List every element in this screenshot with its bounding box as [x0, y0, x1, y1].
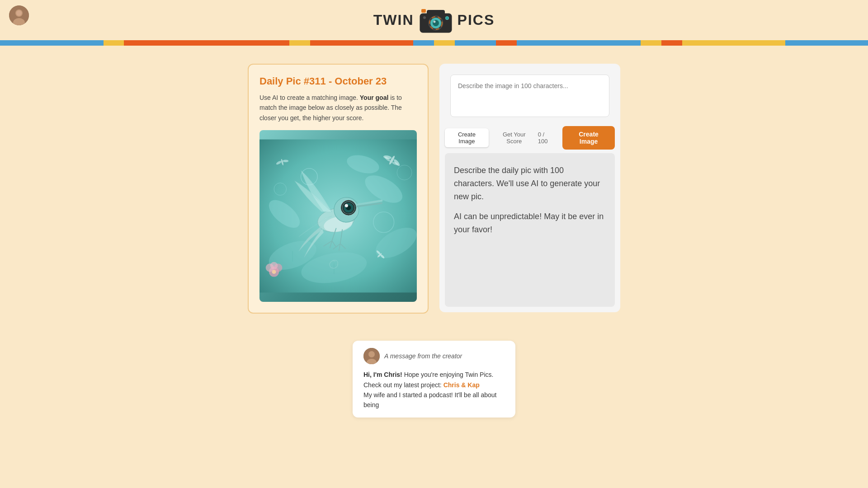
svg-rect-5	[427, 10, 445, 15]
top-nav: TWIN PICS	[0, 0, 868, 40]
logo-text-pics: PICS	[458, 12, 495, 28]
info-line-2: AI can be unpredictable! May it be ever …	[454, 210, 606, 236]
stripe-yellow-1	[104, 40, 124, 46]
daily-pic-title: Daily Pic #311 - October 23	[259, 75, 417, 87]
description-textarea[interactable]	[453, 77, 607, 113]
stripe-orange-3	[496, 40, 517, 46]
svg-point-3	[16, 10, 22, 16]
title-date: October 23	[335, 75, 387, 87]
user-avatar-container[interactable]	[9, 5, 29, 25]
logo-text-twin: TWIN	[373, 12, 414, 28]
creator-body: Hi, I'm Chris! Hope you're enjoying Twin…	[363, 370, 505, 410]
creator-header: A message from the creator	[363, 348, 505, 364]
daily-pic-description: Use AI to create a matching image. Your …	[259, 93, 417, 123]
avatar[interactable]	[9, 5, 29, 25]
daily-pic-image	[259, 130, 417, 302]
stripe-yellow-2	[289, 40, 310, 46]
info-line-1: Describe the daily pic with 100 characte…	[454, 164, 606, 203]
tab-group: Create Image Get Your Score	[445, 128, 538, 147]
svg-point-63	[272, 270, 276, 274]
creator-avatar	[363, 348, 380, 364]
creator-body-rest: My wife and I started a podcast! It'll b…	[363, 391, 497, 408]
stripe-blue-2	[413, 40, 434, 46]
color-stripe	[0, 40, 868, 46]
svg-point-65	[368, 351, 375, 357]
stripe-yellow-5	[682, 40, 786, 46]
tab-get-score[interactable]: Get Your Score	[491, 128, 538, 147]
main-content: Daily Pic #311 - October 23 Use AI to cr…	[118, 46, 750, 332]
stripe-orange-2	[310, 40, 414, 46]
svg-point-10	[433, 21, 435, 23]
desc-goal: Your goal	[360, 94, 389, 101]
logo: TWIN PICS	[373, 5, 495, 35]
char-count: 0 / 100	[538, 131, 553, 145]
info-panel: Describe the daily pic with 100 characte…	[445, 153, 615, 307]
controls-right: 0 / 100 Create Image	[538, 126, 615, 150]
daily-pic-card: Daily Pic #311 - October 23 Use AI to cr…	[248, 64, 429, 314]
logo-camera-icon	[418, 5, 454, 35]
stripe-orange-1	[124, 40, 289, 46]
creator-project-link[interactable]: Chris & Kap	[443, 381, 480, 389]
interaction-panel: Create Image Get Your Score 0 / 100 Crea…	[439, 64, 620, 312]
title-label: Daily Pic #311 -	[259, 75, 335, 87]
stripe-orange-4	[661, 40, 682, 46]
creator-intro-bold: Hi, I'm Chris!	[363, 371, 402, 378]
create-image-button[interactable]: Create Image	[562, 126, 615, 150]
creator-message-container: A message from the creator Hi, I'm Chris…	[118, 332, 750, 427]
stripe-blue-4	[517, 40, 641, 46]
creator-message: A message from the creator Hi, I'm Chris…	[353, 341, 515, 418]
creator-header-text: A message from the creator	[384, 352, 462, 360]
svg-point-12	[446, 17, 448, 19]
svg-point-42	[345, 204, 348, 207]
tab-create-image[interactable]: Create Image	[445, 128, 489, 147]
svg-point-35	[283, 160, 288, 162]
svg-point-9	[433, 20, 439, 26]
svg-point-62	[270, 262, 278, 269]
svg-rect-6	[421, 9, 426, 13]
desc-plain: Use AI to create a matching image.	[259, 94, 360, 101]
textarea-wrapper[interactable]	[450, 75, 609, 117]
hummingbird-illustration	[259, 130, 417, 302]
svg-point-13	[423, 16, 426, 19]
stripe-blue-1	[0, 40, 104, 46]
stripe-yellow-4	[641, 40, 661, 46]
stripe-blue-3	[455, 40, 496, 46]
controls-row: Create Image Get Your Score 0 / 100 Crea…	[439, 122, 620, 153]
stripe-blue-5	[785, 40, 868, 46]
stripe-yellow-3	[434, 40, 455, 46]
